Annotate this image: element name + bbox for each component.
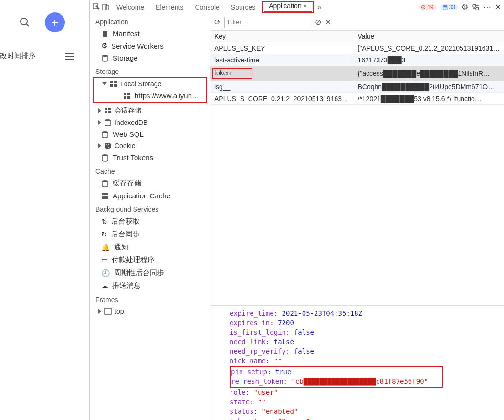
database-icon <box>101 154 109 162</box>
tab-welcome[interactable]: Welcome <box>112 1 149 13</box>
devtools-tab-bar: Welcome Elements Console Sources Applica… <box>90 0 504 14</box>
more-tabs-icon[interactable]: » <box>315 3 324 11</box>
settings-icon[interactable]: ⚙ <box>462 2 468 11</box>
svg-rect-13 <box>124 93 126 95</box>
storage-grid-icon <box>101 192 109 200</box>
sidebar-item-bg-fetch[interactable]: ⇅后台获取 <box>90 215 210 228</box>
refresh-icon[interactable]: ⟳ <box>214 18 220 27</box>
search-icon[interactable] <box>19 17 31 28</box>
inspect-element-icon[interactable] <box>93 3 100 11</box>
sidebar-item-push[interactable]: ☁推送消息 <box>90 279 210 292</box>
table-row-selected[interactable]: token{"access███████e████████1NilsInR… <box>210 66 504 81</box>
sidebar-item-storage[interactable]: Storage <box>90 52 210 64</box>
svg-line-1 <box>26 24 29 26</box>
svg-rect-15 <box>124 96 126 99</box>
tab-sources[interactable]: Sources <box>226 1 260 13</box>
svg-rect-31 <box>102 196 105 199</box>
app-left-column: + 改时间排序 <box>0 0 89 420</box>
svg-point-8 <box>102 55 108 57</box>
device-toolbar-icon[interactable] <box>102 3 110 11</box>
table-row[interactable]: isg__BCoqhn██████████2ii4Upe5DMm671O… <box>210 81 504 93</box>
sidebar-item-periodic[interactable]: 🕘周期性后台同步 <box>90 266 210 279</box>
svg-point-5 <box>473 4 476 7</box>
svg-rect-12 <box>114 84 117 87</box>
table-row[interactable]: APLUS_S_CORE_0.21.2_20210513191631_2…/*!… <box>210 93 504 105</box>
menu-icon[interactable] <box>65 53 74 60</box>
svg-point-24 <box>106 144 107 145</box>
customize-icon[interactable] <box>472 3 480 11</box>
clock-icon: 🕘 <box>101 269 110 277</box>
storage-table: Key Value APLUS_LS_KEY["APLUS_S_CORE_0.2… <box>210 31 504 105</box>
database-icon <box>101 54 109 62</box>
svg-rect-29 <box>102 193 105 195</box>
storage-grid-icon <box>110 80 117 88</box>
sidebar-item-bg-sync[interactable]: ↻后台同步 <box>90 228 210 241</box>
tab-elements[interactable]: Elements <box>151 1 188 13</box>
tab-application[interactable]: Application× <box>264 0 312 12</box>
table-row[interactable]: last-active-time16217373███3 <box>210 54 504 66</box>
card-icon: ▭ <box>101 256 108 265</box>
sidebar-section-storage: Storage <box>90 64 210 77</box>
sidebar-item-cache-storage[interactable]: 缓存存储 <box>90 177 210 190</box>
devtools-sidebar: Application Manifest ⚙Service Workers St… <box>90 14 210 420</box>
gear-icon: ⚙ <box>101 41 107 50</box>
sidebar-item-session-storage[interactable]: 会话存储 <box>90 104 210 117</box>
clear-icon[interactable]: ⊘ <box>315 18 321 27</box>
svg-rect-32 <box>105 196 108 199</box>
sidebar-item-origin[interactable]: https://www.aliyundrive.com <box>94 90 206 102</box>
sidebar-item-payment[interactable]: ▭付款处理程序 <box>90 254 210 266</box>
sidebar-item-manifest[interactable]: Manifest <box>90 28 210 40</box>
arrows-icon: ⇅ <box>101 217 107 226</box>
database-icon <box>104 119 112 126</box>
svg-rect-14 <box>127 93 130 95</box>
svg-point-23 <box>105 143 111 149</box>
svg-rect-33 <box>105 308 111 314</box>
sidebar-item-cookie[interactable]: Cookie <box>90 140 210 152</box>
warning-count-badge[interactable]: ▤ 33 <box>440 4 458 10</box>
manifest-icon <box>101 30 109 38</box>
sidebar-item-local-storage[interactable]: Local Storage <box>94 78 206 90</box>
col-value[interactable]: Value <box>354 31 504 42</box>
col-key[interactable]: Key <box>210 31 354 42</box>
filter-input[interactable] <box>224 17 311 28</box>
svg-point-0 <box>21 18 27 25</box>
svg-rect-30 <box>105 193 108 195</box>
sidebar-section-background: Background Services <box>90 202 210 215</box>
svg-rect-20 <box>108 111 111 113</box>
close-devtools-icon[interactable]: ✕ <box>495 2 501 11</box>
sidebar-item-application-cache[interactable]: Application Cache <box>90 190 210 202</box>
highlighted-refresh-token: pin_setup: true refresh_token: "cb██████… <box>230 366 443 388</box>
highlighted-application-tab: Application× <box>262 1 314 13</box>
sidebar-section-frames: Frames <box>90 292 210 306</box>
svg-point-25 <box>108 144 109 145</box>
add-button[interactable]: + <box>45 12 65 32</box>
filter-toolbar: ⟳ ⊘ ✕ <box>210 14 504 31</box>
svg-rect-17 <box>105 108 107 110</box>
sidebar-item-top-frame[interactable]: top <box>90 306 210 317</box>
sidebar-item-websql[interactable]: Web SQL <box>90 128 210 140</box>
more-icon[interactable]: ⋯ <box>483 2 491 11</box>
svg-rect-18 <box>108 108 111 110</box>
svg-rect-19 <box>105 111 107 113</box>
database-icon <box>101 180 109 187</box>
delete-icon[interactable]: ✕ <box>325 18 331 27</box>
sidebar-item-service-workers[interactable]: ⚙Service Workers <box>90 40 210 52</box>
tab-console[interactable]: Console <box>190 1 224 13</box>
highlighted-local-storage: Local Storage https://www.aliyundrive.co… <box>93 77 207 103</box>
table-row[interactable]: APLUS_LS_KEY["APLUS_S_CORE_0.21.2_202105… <box>210 42 504 54</box>
sidebar-item-trust-tokens[interactable]: Trust Tokens <box>90 152 210 164</box>
cookie-icon <box>104 142 112 150</box>
svg-rect-10 <box>114 81 117 83</box>
sidebar-item-indexeddb[interactable]: IndexedDB <box>90 117 210 128</box>
error-count-badge[interactable]: ⊘ 19 <box>419 4 436 10</box>
svg-rect-7 <box>103 31 107 37</box>
svg-point-21 <box>105 119 111 121</box>
svg-point-22 <box>102 131 108 133</box>
close-icon[interactable]: × <box>304 3 307 10</box>
sidebar-section-application: Application <box>90 14 210 28</box>
sync-icon: ↻ <box>101 230 107 239</box>
sidebar-item-notifications[interactable]: 🔔通知 <box>90 241 210 254</box>
cloud-icon: ☁ <box>101 282 108 290</box>
svg-point-27 <box>102 154 108 156</box>
sort-label: 改时间排序 <box>0 51 36 61</box>
